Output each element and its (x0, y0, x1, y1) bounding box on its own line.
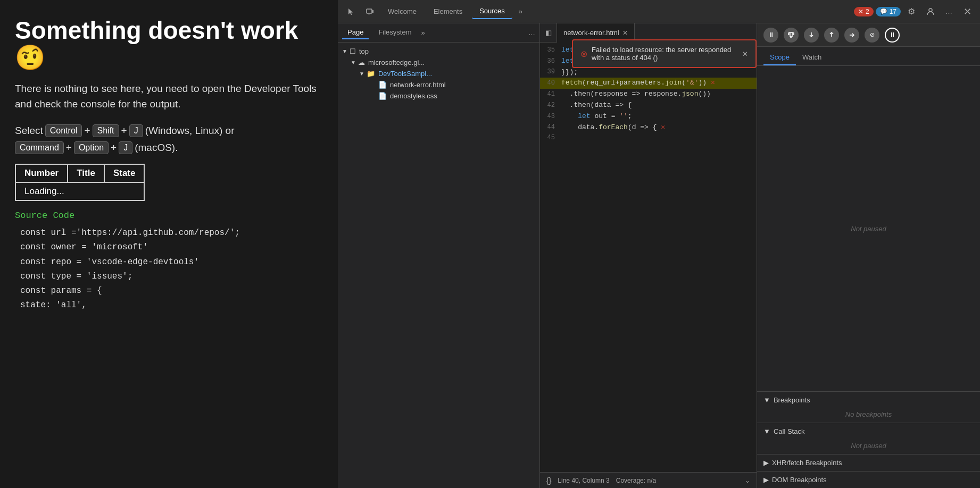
line-num-35: 35 (540, 45, 561, 55)
call-stack-arrow: ▼ (763, 427, 770, 435)
debugger-toolbar: ⏸ (757, 23, 980, 47)
kbd-command: Command (15, 141, 64, 154)
tab-more-btn[interactable]: » (514, 5, 527, 18)
code-panel: ◧ network-error.html ✕ 35 let req_url = … (540, 23, 757, 488)
xhr-arrow: ▶ (763, 459, 769, 467)
plus2: + (121, 125, 127, 137)
format-btn[interactable]: {} (546, 476, 551, 485)
line-content-44: data.forEach(d => { ✕ (561, 122, 665, 133)
scope-tab[interactable]: Scope (763, 50, 796, 65)
breakpoints-arrow: ▼ (763, 396, 770, 404)
kbd-control: Control (45, 124, 82, 137)
error-count: 2 (866, 8, 869, 15)
cursor-icon-btn[interactable] (342, 3, 359, 20)
line-num-43: 43 (540, 112, 561, 122)
arrow-domain: ▼ (351, 60, 356, 65)
profile-btn[interactable] (922, 3, 939, 20)
not-paused-label: Not paused (757, 66, 980, 391)
tree-item-domain[interactable]: ▼ ☁ microsoftedge.gi... (338, 57, 539, 68)
tree-file2-label: demostyles.css (390, 92, 437, 100)
main-heading: Something doesn't work 🤨 (15, 17, 323, 71)
message-count: 17 (890, 8, 896, 15)
breakpoints-label: Breakpoints (774, 396, 810, 404)
pause-btn[interactable]: ⏸ (763, 28, 778, 43)
stop-btn[interactable]: ⏸ (885, 28, 900, 43)
cloud-icon: ☁ (358, 58, 365, 66)
sidebar-tab-filesystem[interactable]: Filesystem (373, 26, 417, 39)
plus1: + (84, 125, 90, 137)
dom-arrow: ▶ (763, 476, 769, 484)
tree-item-network-error[interactable]: ▷ 📄 network-error.html (338, 79, 539, 90)
code-line-41: 41 .then(response => response.json()) (540, 89, 757, 100)
step-out-btn[interactable] (824, 28, 839, 43)
tab-elements[interactable]: Elements (426, 4, 470, 19)
sidebar-tab-page[interactable]: Page (342, 26, 369, 39)
xhr-label: XHR/fetch Breakpoints (772, 459, 842, 467)
col-number: Number (15, 164, 68, 182)
tree-file1-label: network-error.html (390, 81, 446, 89)
error-badge: ✕ 2 (854, 7, 874, 16)
device-toggle-btn[interactable] (361, 3, 378, 20)
line-content-41: .then(response => response.json()) (561, 89, 711, 100)
description: There is nothing to see here, you need t… (15, 81, 323, 112)
line-content-40: fetch(req_url+parameters.join('&')) ✕ (561, 78, 715, 89)
svg-point-3 (929, 9, 932, 12)
error-popup-icon: ⊗ (580, 49, 587, 59)
svg-rect-2 (368, 14, 370, 14)
svg-rect-1 (372, 10, 373, 13)
breakpoints-header[interactable]: ▼ Breakpoints (757, 392, 980, 408)
code-line-4: const type = 'issues'; (20, 270, 323, 284)
source-code-label: Source Code (15, 211, 323, 221)
more-btn[interactable]: … (941, 5, 957, 18)
line-col-status: Line 40, Column 3 (558, 477, 609, 484)
sidebar-dots-btn[interactable]: … (528, 29, 535, 37)
line-num-36: 36 (540, 56, 561, 66)
kbd-j2: J (119, 141, 132, 154)
error-popup-text: Failed to load resource: the server resp… (592, 46, 738, 62)
svg-rect-0 (367, 9, 372, 13)
line-num-41: 41 (540, 89, 561, 99)
deactivate-btn[interactable]: ⊘ (865, 28, 879, 43)
kbd-j: J (129, 124, 143, 137)
loading-cell: Loading... (15, 182, 144, 200)
code-line-39: 39 }}); (540, 67, 757, 78)
error-popup-close[interactable]: ✕ (742, 50, 748, 58)
settings-btn[interactable]: ⚙ (903, 3, 920, 20)
dom-header[interactable]: ▶ DOM Breakpoints (757, 472, 980, 488)
kbd-option: Option (74, 141, 109, 154)
shortcut-select-text: Select (15, 125, 43, 137)
code-toggle-btn[interactable]: ◧ (540, 23, 557, 43)
line-num-39: 39 (540, 67, 561, 77)
plus3: + (66, 142, 72, 154)
line-num-40: 40 (540, 78, 561, 88)
step-into-btn[interactable] (804, 28, 819, 43)
devtools-topbar: Welcome Elements Sources » ✕ 2 💬 17 ⚙ … … (338, 0, 980, 23)
expand-btn[interactable]: ⌄ (745, 477, 750, 484)
call-stack-label: Call Stack (774, 427, 805, 435)
file-tab-name: network-error.html (563, 29, 619, 37)
code-line-5: const params = { (20, 284, 323, 298)
tab-welcome[interactable]: Welcome (380, 4, 424, 19)
sidebar-tabs: Page Filesystem » … (338, 23, 539, 43)
tree-item-demostyles[interactable]: ▷ 📄 demostyles.css (338, 90, 539, 102)
step-over-btn[interactable] (784, 28, 799, 43)
close-btn[interactable]: ✕ (959, 3, 976, 20)
tree-item-folder[interactable]: ▼ 📁 DevToolsSampl... (338, 68, 539, 79)
tab-sources[interactable]: Sources (472, 4, 512, 19)
step-btn[interactable] (844, 28, 859, 43)
dom-section: ▶ DOM Breakpoints (757, 471, 980, 488)
line-num-44: 44 (540, 122, 561, 132)
call-stack-header[interactable]: ▼ Call Stack (757, 423, 980, 440)
code-line-2: const owner = 'microsoft' (20, 240, 323, 255)
code-block: const url ='https://api.github.com/repos… (15, 226, 323, 313)
col-title: Title (68, 164, 104, 182)
devtools-body: Page Filesystem » … ▼ ☐ top ▼ ☁ microsof… (338, 23, 980, 488)
watch-tab[interactable]: Watch (796, 50, 828, 65)
breakpoints-section: ▼ Breakpoints No breakpoints (757, 391, 980, 423)
tree-item-top[interactable]: ▼ ☐ top (338, 46, 539, 57)
file-tab-close[interactable]: ✕ (622, 29, 628, 37)
dom-label: DOM Breakpoints (772, 476, 827, 484)
xhr-header[interactable]: ▶ XHR/fetch Breakpoints (757, 455, 980, 471)
code-status-bar: {} Line 40, Column 3 Coverage: n/a ⌄ (540, 472, 757, 488)
sidebar-tab-more[interactable]: » (421, 29, 425, 37)
